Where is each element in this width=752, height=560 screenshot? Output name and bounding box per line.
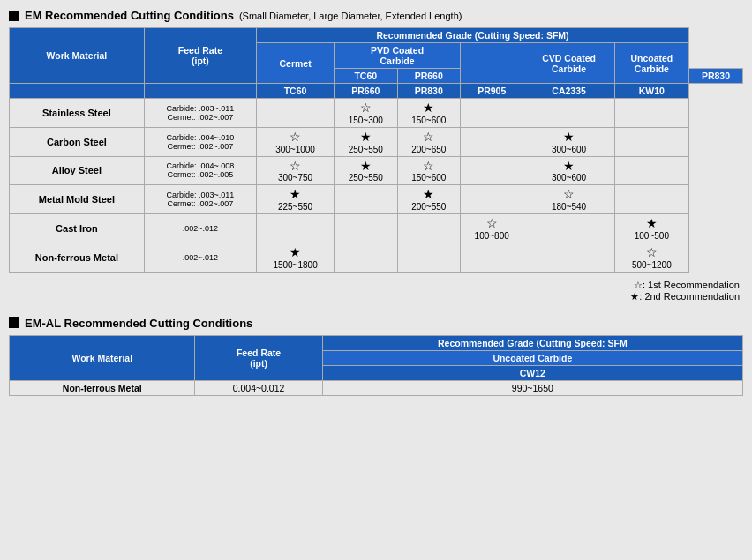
grade-tc60: TC60 <box>257 84 335 99</box>
section2-title-container: EM-AL Recommended Cutting Conditions <box>9 317 743 330</box>
table-cell: ★1500~1800 <box>257 243 335 272</box>
empty-wm <box>10 84 145 99</box>
table-cell <box>523 99 614 128</box>
table-row: Non-ferrous Metal0.004~0.012990~1650 <box>10 380 743 395</box>
table-cell: ☆150~300 <box>335 99 397 128</box>
table-cell: ★300~600 <box>523 156 614 185</box>
table-cell: ★100~500 <box>614 214 688 243</box>
table-cell: ★250~550 <box>335 127 397 156</box>
table-cell <box>614 156 688 185</box>
table-cell: ☆180~540 <box>523 185 614 214</box>
table-cell <box>257 99 335 128</box>
legend-outline-star: ☆: 1st Recommendation <box>9 280 740 291</box>
table-cell: ★300~600 <box>523 127 614 156</box>
table-cell <box>523 243 614 272</box>
cell-feed: Carbide: .004~.010Cermet: .002~.007 <box>144 127 256 156</box>
cell-material: Carbon Steel <box>10 127 145 156</box>
table-row: Cast Iron.002~.012☆100~800★100~500 <box>10 214 743 243</box>
cell-cw12: 990~1650 <box>322 380 742 395</box>
table-cell <box>257 214 335 243</box>
table-cell: ★200~550 <box>397 185 460 214</box>
table-cell: ★150~600 <box>397 99 460 128</box>
table-cell <box>335 214 397 243</box>
section1-legend: ☆: 1st Recommendation ★: 2nd Recommendat… <box>9 280 743 302</box>
cell-feed: Carbide: .003~.011Cermet: .002~.007 <box>144 99 256 128</box>
grade-kw10: KW10 <box>614 84 688 99</box>
col-pr905 <box>460 43 523 84</box>
table-cell: ☆300~750 <box>257 156 335 185</box>
grade-pr830: PR830 <box>397 84 460 99</box>
s2-col-work-material: Work Material <box>10 335 195 380</box>
grade-pr905: PR905 <box>460 84 523 99</box>
table-cell <box>614 99 688 128</box>
col-cermet: Cermet <box>257 43 335 84</box>
table-cell: ★250~550 <box>335 156 397 185</box>
table-cell: ☆500~1200 <box>614 243 688 272</box>
cell-material: Non-ferrous Metal <box>10 243 145 272</box>
table-row: Stainless SteelCarbide: .003~.011Cermet:… <box>10 99 743 128</box>
s2-col-feed-rate: Feed Rate(ipt) <box>195 335 322 380</box>
table-cell <box>460 99 523 128</box>
col-pr660: PR660 <box>397 69 460 84</box>
cell-material: Metal Mold Steel <box>10 185 145 214</box>
table-cell: ☆300~1000 <box>257 127 335 156</box>
section1-title: EM Recommended Cutting Conditions (Small… <box>9 9 743 22</box>
section1-square-icon <box>9 11 19 21</box>
table-cell <box>397 243 460 272</box>
col-pr830: PR830 <box>688 69 742 84</box>
section1-title-normal: (Small Diameter, Large Diameter, Extende… <box>239 11 462 21</box>
table-cell: ☆150~600 <box>397 156 460 185</box>
cell-feed: .002~.012 <box>144 214 256 243</box>
section2-square-icon <box>9 317 19 328</box>
section2: EM-AL Recommended Cutting Conditions Wor… <box>9 317 743 396</box>
cell-material: Cast Iron <box>10 214 145 243</box>
table-cell: ☆200~650 <box>397 127 460 156</box>
table-cell <box>397 214 460 243</box>
col-cvd-coated: CVD CoatedCarbide <box>523 43 614 84</box>
s2-cw12: CW12 <box>322 365 742 380</box>
table-cell <box>460 243 523 272</box>
cell-material: Stainless Steel <box>10 99 145 128</box>
table-cell: ☆100~800 <box>460 214 523 243</box>
cell-material: Non-ferrous Metal <box>10 380 195 395</box>
cell-feed: 0.004~0.012 <box>195 380 322 395</box>
grade-pr660: PR660 <box>335 84 397 99</box>
section1-table: Work Material Feed Rate(ipt) Recommended… <box>9 27 743 273</box>
col-recommended-grade: Recommended Grade (Cutting Speed: SFM) <box>257 28 689 43</box>
table-row: Carbon SteelCarbide: .004~.010Cermet: .0… <box>10 127 743 156</box>
cell-feed: Carbide: .003~.011Cermet: .002~.007 <box>144 185 256 214</box>
table-cell <box>335 185 397 214</box>
table-cell: ★225~550 <box>257 185 335 214</box>
section1-title-bold: EM Recommended Cutting Conditions <box>25 9 234 22</box>
s2-uncoated: Uncoated Carbide <box>322 350 742 365</box>
grade-ca2335: CA2335 <box>523 84 614 99</box>
table-cell <box>460 185 523 214</box>
cell-material: Alloy Steel <box>10 156 145 185</box>
table-row: Metal Mold SteelCarbide: .003~.011Cermet… <box>10 185 743 214</box>
section2-table: Work Material Feed Rate(ipt) Recommended… <box>9 335 743 396</box>
col-work-material: Work Material <box>10 28 145 84</box>
table-cell <box>460 156 523 185</box>
s2-recommended-grade: Recommended Grade (Cutting Speed: SFM <box>322 335 742 350</box>
table-cell <box>523 214 614 243</box>
cell-feed: .002~.012 <box>144 243 256 272</box>
table-row: Non-ferrous Metal.002~.012★1500~1800☆500… <box>10 243 743 272</box>
table-row: Alloy SteelCarbide: .004~.008Cermet: .00… <box>10 156 743 185</box>
table-cell <box>460 127 523 156</box>
col-uncoated: UncoatedCarbide <box>614 43 688 84</box>
legend-filled-star: ★: 2nd Recommendation <box>9 291 740 302</box>
table-cell <box>614 127 688 156</box>
table-cell <box>335 243 397 272</box>
section2-title: EM-AL Recommended Cutting Conditions <box>25 317 252 330</box>
col-feed-rate: Feed Rate(ipt) <box>144 28 256 84</box>
cell-feed: Carbide: .004~.008Cermet: .002~.005 <box>144 156 256 185</box>
col-tc60: TC60 <box>335 69 397 84</box>
section1: EM Recommended Cutting Conditions (Small… <box>9 9 743 302</box>
table-cell <box>614 185 688 214</box>
col-pvd-coated: PVD CoatedCarbide <box>335 43 461 69</box>
empty-fr <box>144 84 256 99</box>
